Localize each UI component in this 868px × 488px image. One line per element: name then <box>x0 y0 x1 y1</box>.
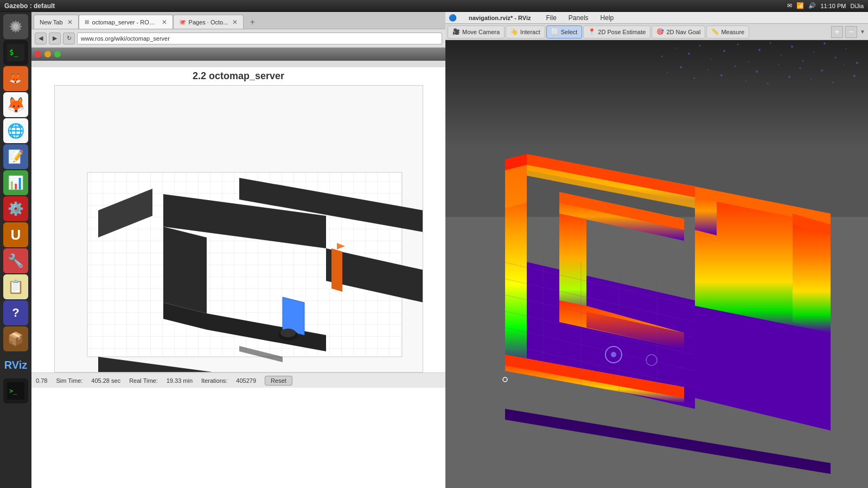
sim-time-label: Sim Time: <box>56 377 82 384</box>
svg-point-30 <box>723 50 725 52</box>
browser-tab-pages[interactable]: 🐙 Pages · Octo... ✕ <box>173 15 244 29</box>
browser-navbar: ◀ ▶ ↻ www.ros.org/wiki/octomap_server <box>31 29 445 48</box>
forward-button[interactable]: ▶ <box>49 33 61 44</box>
rviz-viewport[interactable] <box>445 40 868 488</box>
sidebar-calc[interactable]: 📊 <box>3 170 28 195</box>
svg-point-94 <box>503 377 507 382</box>
rviz-menu-panels[interactable]: Panels <box>566 14 591 22</box>
cursor-position <box>500 374 505 380</box>
rviz-toolbar: 🎥 Move Camera 👆 Interact ⬜ Select 📍 2D P… <box>445 24 868 40</box>
writer-icon: 📝 <box>8 149 24 164</box>
sim-time-value: 405.28 sec <box>91 377 120 384</box>
browser-tab-newtab[interactable]: New Tab ✕ <box>34 15 79 29</box>
svg-point-54 <box>800 68 801 69</box>
toolbar-select[interactable]: ⬜ Select <box>546 25 583 38</box>
win-close[interactable] <box>35 51 41 57</box>
svg-point-37 <box>802 60 804 62</box>
refresh-button[interactable]: ↻ <box>63 33 75 44</box>
pose-estimate-icon: 📍 <box>588 28 596 35</box>
svg-point-26 <box>675 48 676 49</box>
tab-close-pages[interactable]: ✕ <box>232 18 238 26</box>
svg-point-42 <box>856 62 858 64</box>
win-minimize[interactable] <box>44 51 51 57</box>
sidebar-firefox[interactable]: 🦊 <box>3 92 28 117</box>
toolbar-measure[interactable]: 📏 Measure <box>706 25 749 38</box>
svg-marker-80 <box>505 165 527 208</box>
svg-point-50 <box>756 70 758 73</box>
sidebar-app1[interactable]: 🦊 <box>3 66 28 91</box>
svg-point-49 <box>745 80 746 81</box>
svg-point-44 <box>680 66 682 68</box>
svg-marker-14 <box>163 227 207 313</box>
svg-point-55 <box>810 79 812 80</box>
tab-close-octomap[interactable]: ✕ <box>162 18 167 26</box>
rviz-title-bar: 🔵 <box>449 14 457 22</box>
svg-point-58 <box>843 65 844 66</box>
tools-icon: 🔧 <box>8 253 24 268</box>
sidebar-terminal2[interactable]: >_ <box>3 378 28 403</box>
win-maximize[interactable] <box>54 51 61 57</box>
sidebar-notes[interactable]: 📋 <box>3 274 28 299</box>
real-time-value: 19.33 min <box>167 377 193 384</box>
toolbar-nav-goal[interactable]: 🎯 2D Nav Goal <box>652 25 705 38</box>
gazebo-titlebar <box>31 48 445 61</box>
fps-value: 0.78 <box>36 377 47 384</box>
real-time-label: Real Time: <box>129 377 158 384</box>
calc-icon: 📊 <box>8 175 24 190</box>
svg-point-32 <box>748 61 749 62</box>
svg-point-29 <box>710 59 711 60</box>
iterations-value: 405279 <box>236 377 256 384</box>
rviz-menu-file[interactable]: File <box>544 14 559 22</box>
user-display: DiJia <box>851 3 864 9</box>
time-display: 11:10 PM <box>820 3 846 9</box>
browser-tabs: New Tab ✕ ⊞ octomap_server - ROS W... ✕ … <box>31 12 445 29</box>
select-icon: ⬜ <box>551 28 559 35</box>
rviz-menubar: 🔵 navigation.rviz* - RViz File Panels He… <box>445 12 868 24</box>
toolbar-move-camera[interactable]: 🎥 Move Camera <box>448 25 505 38</box>
rviz-collapse[interactable]: ▼ <box>859 26 866 38</box>
orange-app-icon: 🦊 <box>7 70 24 87</box>
iterations-label: Iterations: <box>201 377 227 384</box>
sidebar-settings[interactable] <box>3 14 28 39</box>
sidebar-misc[interactable]: ⚙️ <box>3 196 28 221</box>
gazebo-scene <box>55 86 423 373</box>
url-bar[interactable]: www.ros.org/wiki/octomap_server <box>77 33 442 44</box>
svg-point-46 <box>707 69 709 70</box>
wifi-icon: 📶 <box>796 2 804 9</box>
notes-icon: 📋 <box>8 279 24 294</box>
sidebar-chrome[interactable]: 🌐 <box>3 118 28 143</box>
svg-point-25 <box>661 56 663 57</box>
new-tab-button[interactable]: + <box>246 16 259 29</box>
gazebo-statusbar: 0.78 Sim Time: 405.28 sec Real Time: 19.… <box>31 373 445 388</box>
sidebar-layered[interactable]: 📦 <box>3 326 28 351</box>
nav-goal-icon: 🎯 <box>656 28 664 35</box>
sidebar-terminal[interactable]: $_ <box>3 40 28 65</box>
svg-point-38 <box>813 52 814 53</box>
rviz-window-title: navigation.rviz* - RViz <box>469 15 531 21</box>
volume-icon: 🔊 <box>808 2 816 9</box>
sidebar: $_ 🦊 🦊 🌐 📝 📊 ⚙️ U 🔧 📋 ? 📦 <box>0 12 31 488</box>
rviz-sidebar-icon: RViz <box>4 359 28 371</box>
measure-icon: 📏 <box>711 28 719 35</box>
interact-icon: 👆 <box>510 28 518 35</box>
browser-tab-octomap[interactable]: ⊞ octomap_server - ROS W... ✕ <box>79 15 173 29</box>
sidebar-ubuntu[interactable]: U <box>3 222 28 247</box>
rviz-menu-help[interactable]: Help <box>598 14 616 22</box>
misc-icon: ⚙️ <box>8 201 24 216</box>
page-title: 2.2 octomap_server <box>31 67 445 85</box>
browser-content: 2.2 octomap_server <box>31 48 445 488</box>
tab-close-newtab[interactable]: ✕ <box>67 18 73 26</box>
svg-point-40 <box>835 57 837 59</box>
help-icon: ? <box>12 306 19 320</box>
sidebar-rviz[interactable]: RViz <box>3 352 28 377</box>
sidebar-help[interactable]: ? <box>3 300 28 325</box>
gazebo-viewport[interactable] <box>54 85 423 373</box>
sidebar-writer[interactable]: 📝 <box>3 144 28 169</box>
reset-button[interactable]: Reset <box>265 376 292 386</box>
toolbar-interact[interactable]: 👆 Interact <box>506 25 545 38</box>
back-button[interactable]: ◀ <box>35 33 47 44</box>
sidebar-tools[interactable]: 🔧 <box>3 248 28 273</box>
toolbar-pose-estimate[interactable]: 📍 2D Pose Estimate <box>583 25 650 38</box>
rviz-zoom-in[interactable]: + <box>831 26 843 38</box>
rviz-zoom-out[interactable]: − <box>845 26 857 38</box>
